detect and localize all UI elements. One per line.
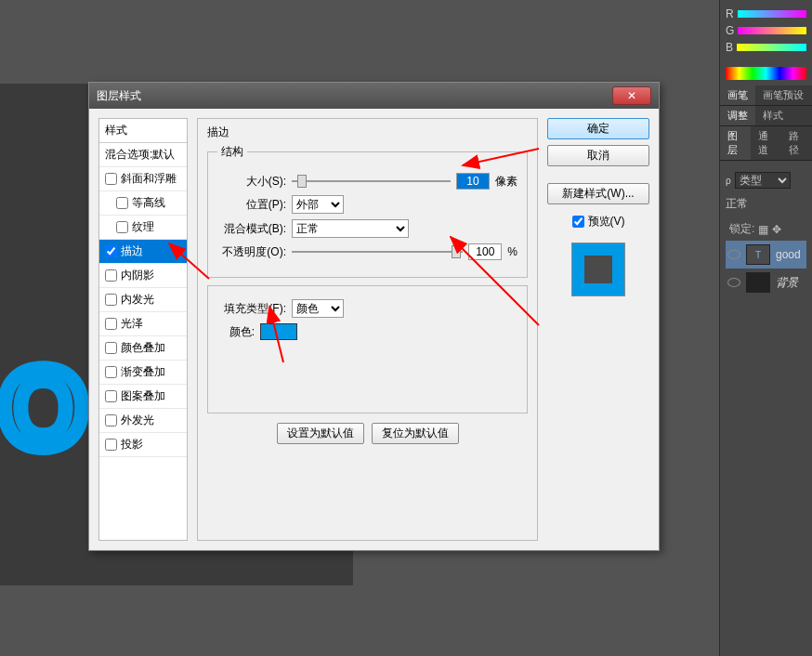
style-item[interactable]: 内发光	[99, 288, 187, 312]
style-item[interactable]: 渐变叠加	[99, 361, 187, 385]
lock-pixels-icon[interactable]: ▦	[758, 223, 768, 236]
opacity-input[interactable]	[468, 243, 502, 260]
brush-tabs: 画笔 画笔预设	[720, 85, 812, 106]
tab-brush[interactable]: 画笔	[720, 85, 755, 105]
style-label: 等高线	[132, 195, 165, 211]
stroke-settings-panel: 描边 结构 大小(S): 像素 位置(P): 外部 混合模式(B): 正常	[197, 118, 538, 541]
tab-styles[interactable]: 样式	[755, 106, 791, 125]
style-label: 混合选项:默认	[105, 147, 175, 163]
layer-tabs: 图层 通道 路径	[720, 126, 812, 161]
style-item[interactable]: 颜色叠加	[99, 336, 187, 361]
style-checkbox[interactable]	[105, 173, 117, 185]
close-button[interactable]: ✕	[612, 86, 651, 105]
filltype-label: 填充类型(F):	[217, 301, 286, 317]
layer-filter-type[interactable]: 类型	[735, 172, 791, 189]
style-label: 投影	[121, 437, 143, 453]
layer-thumb-text: T	[746, 244, 770, 265]
tab-layers[interactable]: 图层	[720, 126, 751, 160]
layer-row-text[interactable]: T good	[726, 241, 806, 269]
style-checkbox[interactable]	[105, 390, 117, 402]
lock-position-icon[interactable]: ✥	[772, 223, 781, 236]
slider-g[interactable]	[738, 27, 806, 34]
style-item[interactable]: 投影	[99, 433, 187, 457]
layer-name-1: 背景	[776, 275, 798, 291]
style-item[interactable]: 图案叠加	[99, 385, 187, 409]
label-b: B	[726, 41, 733, 54]
color-spectrum[interactable]	[726, 67, 806, 80]
opacity-unit: %	[507, 245, 517, 258]
style-checkbox[interactable]	[105, 439, 117, 451]
preview-thumbnail	[571, 243, 625, 296]
label-r: R	[726, 7, 734, 20]
slider-r[interactable]	[738, 10, 806, 18]
cancel-button[interactable]: 取消	[547, 145, 649, 166]
style-item[interactable]: 描边	[99, 240, 187, 264]
style-label: 纹理	[132, 219, 154, 235]
visibility-icon[interactable]	[727, 278, 740, 287]
dialog-titlebar[interactable]: 图层样式 ✕	[89, 83, 659, 109]
style-label: 内阴影	[121, 268, 154, 283]
style-checkbox[interactable]	[116, 221, 128, 233]
style-item[interactable]: 斜面和浮雕	[99, 167, 187, 191]
slider-b[interactable]	[737, 44, 806, 51]
style-checkbox[interactable]	[105, 245, 117, 257]
styles-header: 样式	[99, 119, 187, 143]
restore-default-button[interactable]: 复位为默认值	[372, 423, 459, 444]
style-label: 图案叠加	[121, 388, 165, 404]
tab-channels[interactable]: 通道	[751, 126, 781, 160]
layer-name-0: good	[776, 248, 801, 261]
style-label: 内发光	[121, 292, 154, 308]
blend-mode-label: 正常	[726, 196, 748, 212]
styles-list: 样式 混合选项:默认斜面和浮雕等高线纹理描边内阴影内发光光泽颜色叠加渐变叠加图案…	[98, 118, 188, 541]
canvas-text-preview: O	[0, 344, 86, 472]
style-item[interactable]: 内阴影	[99, 264, 187, 288]
style-label: 外发光	[121, 413, 154, 428]
style-label: 渐变叠加	[121, 364, 165, 380]
tab-paths[interactable]: 路径	[781, 126, 812, 160]
label-g: G	[726, 24, 734, 37]
style-item[interactable]: 光泽	[99, 312, 187, 336]
style-item[interactable]: 混合选项:默认	[99, 143, 187, 167]
side-panels: R G B 画笔 画笔预设 调整 样式 图层 通道 路径 ρ 类型 正常 锁定:…	[719, 0, 812, 656]
tab-brush-preset[interactable]: 画笔预设	[755, 85, 811, 105]
size-slider[interactable]	[292, 173, 451, 190]
style-item[interactable]: 等高线	[99, 191, 187, 216]
position-select[interactable]: 外部	[292, 195, 344, 214]
opacity-slider[interactable]	[292, 243, 463, 260]
panel-title: 描边	[207, 125, 528, 140]
preview-label: 预览(V)	[588, 214, 625, 230]
dialog-title: 图层样式	[97, 88, 141, 104]
set-default-button[interactable]: 设置为默认值	[277, 423, 364, 444]
style-checkbox[interactable]	[105, 366, 117, 378]
new-style-button[interactable]: 新建样式(W)...	[547, 183, 649, 204]
style-item[interactable]: 外发光	[99, 409, 187, 433]
style-label: 光泽	[121, 316, 143, 332]
layer-row-bg[interactable]: 背景	[726, 269, 806, 296]
color-swatch[interactable]	[260, 323, 297, 340]
style-label: 描边	[121, 243, 143, 259]
visibility-icon[interactable]	[727, 250, 740, 259]
ok-button[interactable]: 确定	[547, 118, 649, 139]
color-label: 颜色:	[217, 324, 255, 340]
structure-legend: 结构	[217, 144, 247, 160]
style-checkbox[interactable]	[105, 318, 117, 330]
layer-thumb-bg	[746, 272, 770, 293]
lock-label: 锁定:	[729, 221, 754, 237]
filltype-select[interactable]: 颜色	[292, 299, 344, 318]
position-label: 位置(P):	[217, 197, 286, 213]
tab-adjust[interactable]: 调整	[720, 106, 755, 125]
style-checkbox[interactable]	[105, 294, 117, 306]
dialog-buttons: 确定 取消 新建样式(W)... 预览(V)	[547, 118, 649, 541]
style-label: 颜色叠加	[121, 340, 165, 356]
style-item[interactable]: 纹理	[99, 216, 187, 240]
style-checkbox[interactable]	[105, 414, 117, 426]
style-checkbox[interactable]	[116, 197, 128, 209]
style-label: 斜面和浮雕	[121, 171, 177, 187]
blend-select[interactable]: 正常	[292, 219, 409, 238]
preview-checkbox[interactable]	[572, 216, 584, 228]
size-input[interactable]	[456, 173, 490, 190]
style-checkbox[interactable]	[105, 269, 117, 282]
layers-panel: ρ 类型 正常 锁定: ▦ ✥ T good 背景	[720, 161, 812, 302]
layer-style-dialog: 图层样式 ✕ 样式 混合选项:默认斜面和浮雕等高线纹理描边内阴影内发光光泽颜色叠…	[88, 82, 660, 551]
style-checkbox[interactable]	[105, 342, 117, 354]
